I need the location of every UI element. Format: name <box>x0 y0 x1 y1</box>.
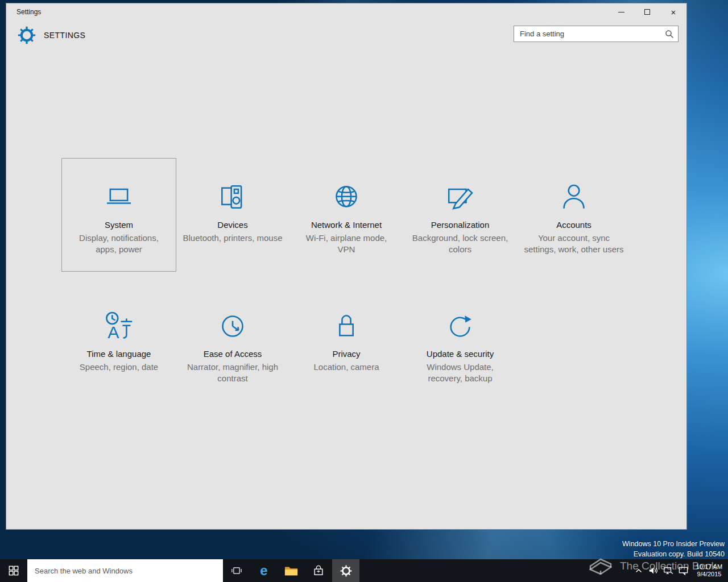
tile-title: Accounts <box>517 220 631 230</box>
page-title: SETTINGS <box>44 31 85 40</box>
tile-accounts[interactable]: Accounts Your account, sync settings, wo… <box>517 159 631 271</box>
minimize-button[interactable] <box>608 3 634 20</box>
tile-subtitle: Speech, region, date <box>69 361 169 373</box>
edge-icon[interactable]: e <box>250 559 278 582</box>
search-input[interactable] <box>514 26 678 41</box>
close-icon: × <box>671 8 676 16</box>
settings-taskbar-icon[interactable] <box>332 559 359 582</box>
tile-subtitle: Background, lock screen, colors <box>410 232 510 255</box>
clock-time: 10:17 AM <box>696 563 722 571</box>
tile-subtitle: Your account, sync settings, work, other… <box>524 232 624 255</box>
tile-title: Time & language <box>62 349 176 359</box>
tile-title: Personalization <box>403 220 517 230</box>
tile-system[interactable]: System Display, notifications, apps, pow… <box>62 159 176 271</box>
personalization-icon <box>403 181 517 215</box>
task-view-button[interactable] <box>223 559 250 582</box>
file-explorer-icon[interactable] <box>278 559 305 582</box>
tile-subtitle: Wi-Fi, airplane mode, VPN <box>296 232 396 255</box>
tile-subtitle: Narrator, magnifier, high contrast <box>183 361 283 384</box>
tile-ease-of-access[interactable]: Ease of Access Narrator, magnifier, high… <box>176 288 289 400</box>
taskbar-empty-area <box>359 559 631 582</box>
maximize-icon <box>644 9 650 15</box>
tile-network-internet[interactable]: Network & Internet Wi-Fi, airplane mode,… <box>289 159 403 271</box>
taskbar-search-input[interactable] <box>27 559 223 582</box>
settings-window: Settings × SETTINGS <box>6 3 687 530</box>
store-icon[interactable] <box>305 559 332 582</box>
minimize-icon <box>618 12 624 13</box>
tile-subtitle: Windows Update, recovery, backup <box>410 361 510 384</box>
clock-date: 9/4/2015 <box>697 571 722 578</box>
devices-icon <box>176 181 289 215</box>
taskbar-searchbox[interactable] <box>27 559 223 582</box>
search-icon[interactable] <box>665 30 674 41</box>
titlebar[interactable]: Settings × <box>6 3 686 20</box>
settings-categories: System Display, notifications, apps, pow… <box>62 159 632 400</box>
tile-subtitle: Location, camera <box>296 361 396 373</box>
tile-subtitle: Bluetooth, printers, mouse <box>183 232 283 244</box>
tile-title: Privacy <box>289 349 403 359</box>
close-button[interactable]: × <box>660 3 686 20</box>
tile-title: Network & Internet <box>289 220 403 230</box>
tile-title: Ease of Access <box>176 349 289 359</box>
network-icon[interactable] <box>661 559 676 582</box>
tile-title: Update & security <box>403 349 517 359</box>
tile-time-language[interactable]: A Time & language Speech, region, date <box>62 288 176 400</box>
privacy-lock-icon <box>289 310 403 344</box>
build-line2: Evaluation copy. Build 10540 <box>622 549 725 559</box>
maximize-button[interactable] <box>634 3 660 20</box>
action-center-icon[interactable] <box>676 559 690 582</box>
time-language-icon: A <box>62 310 176 344</box>
tile-title: System <box>62 220 176 230</box>
update-security-icon <box>403 310 517 344</box>
volume-icon[interactable] <box>646 559 661 582</box>
build-watermark: Windows 10 Pro Insider Preview Evaluatio… <box>622 539 725 559</box>
app-header: SETTINGS <box>6 20 686 53</box>
taskbar: e <box>0 559 728 582</box>
tile-subtitle: Display, notifications, apps, power <box>69 232 169 255</box>
system-tray: 10:17 AM 9/4/2015 <box>631 559 728 582</box>
tray-chevron-up-icon[interactable] <box>631 559 646 582</box>
find-setting-searchbox[interactable] <box>514 26 679 42</box>
ease-of-access-icon <box>176 310 289 344</box>
accounts-icon <box>517 181 631 215</box>
build-line1: Windows 10 Pro Insider Preview <box>622 539 725 549</box>
taskbar-clock[interactable]: 10:17 AM 9/4/2015 <box>690 559 728 582</box>
start-button[interactable] <box>0 559 27 582</box>
window-title: Settings <box>6 8 41 16</box>
tile-update-security[interactable]: Update & security Windows Update, recove… <box>403 288 517 400</box>
settings-gear-icon <box>18 26 36 44</box>
tile-devices[interactable]: Devices Bluetooth, printers, mouse <box>176 159 289 271</box>
tile-personalization[interactable]: Personalization Background, lock screen,… <box>403 159 517 271</box>
tile-privacy[interactable]: Privacy Location, camera <box>289 288 403 400</box>
globe-icon <box>289 181 403 215</box>
system-icon <box>62 181 176 215</box>
tile-title: Devices <box>176 220 289 230</box>
svg-text:A: A <box>107 323 119 342</box>
